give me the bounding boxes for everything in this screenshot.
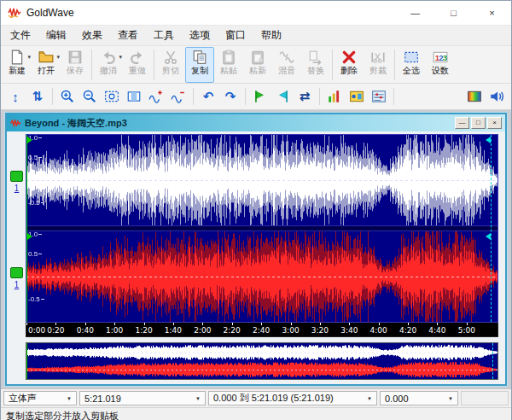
mix-button-label: 混音 (278, 65, 295, 77)
document-title-bar[interactable]: Beyond - 海阔天空.mp3 —□× (7, 114, 505, 131)
right-channel-number[interactable]: 1 (10, 280, 23, 289)
replace-button-label: 替换 (307, 65, 324, 77)
hint-bar: 复制选定部分并放入剪贴板 (1, 407, 511, 420)
zoom-vertical-icon[interactable]: ⇅ (27, 86, 48, 107)
selection-end-marker[interactable] (491, 135, 492, 322)
overview-waveform[interactable] (26, 343, 497, 379)
status-selection-range-value: 0.000 到 5:21.019 (5:21.019) (213, 392, 334, 405)
zoom-selection-icon[interactable] (124, 86, 144, 107)
open-button[interactable]: ▾打开 (32, 47, 61, 83)
left-channel-badge[interactable] (10, 171, 23, 182)
menu-window[interactable]: 窗口 (218, 26, 253, 45)
level-meters-icon[interactable] (324, 86, 345, 107)
control-properties-icon[interactable] (369, 86, 389, 107)
paste-button-label: 粘贴 (220, 65, 237, 77)
dropdown-arrow-icon[interactable]: ▾ (56, 54, 60, 61)
menu-options[interactable]: 选项 (182, 26, 218, 45)
cut-scissors-icon (163, 50, 178, 65)
dropdown-arrow-icon: ▼ (443, 396, 453, 401)
time-tick (379, 323, 380, 325)
overview-selection-end-marker[interactable] (492, 343, 493, 379)
trim-scissors-icon (370, 50, 386, 65)
right-channel-panel[interactable]: 1.00.5-0.5 (26, 231, 497, 322)
time-tick (202, 323, 203, 325)
document-maximize-button[interactable]: □ (471, 117, 486, 129)
redo-button: 重做 (123, 47, 152, 83)
status-channel-mode-value: 立体声 (9, 392, 37, 405)
workspace: Beyond - 海阔天空.mp3 —□× 1 1 1.00.5-0.5 (1, 110, 511, 388)
paste-new-button-label: 粘新 (249, 65, 266, 77)
replace-arrow-icon (308, 50, 323, 65)
new-button[interactable]: ▾新建 (3, 47, 32, 83)
right-channel-badge[interactable] (10, 267, 23, 278)
dropdown-arrow-icon[interactable]: ▾ (119, 54, 122, 61)
paste-clipboard-icon (221, 50, 236, 65)
time-label: 2:40 (253, 326, 270, 335)
menu-file[interactable]: 文件 (3, 26, 38, 45)
time-axis[interactable]: 0:000:200:401:001:201:402:002:202:403:00… (26, 323, 498, 337)
time-label: 3:40 (340, 326, 358, 335)
fit-vertical-icon[interactable]: ↕ (5, 86, 26, 107)
swap-channels-icon[interactable]: ⇄ (294, 86, 315, 107)
maximize-button[interactable]: □ (434, 1, 473, 25)
time-label: 1:00 (106, 326, 123, 335)
left-channel-number[interactable]: 1 (10, 184, 23, 193)
selection-end-handle-icon[interactable] (486, 137, 491, 143)
document-minimize-button[interactable]: — (455, 117, 469, 129)
toolbar-separator (393, 88, 394, 105)
channel-splitter[interactable] (26, 225, 497, 231)
delete-button-label: 删除 (340, 65, 358, 77)
menu-tools[interactable]: 工具 (146, 26, 182, 45)
selection-start-handle-icon[interactable] (27, 137, 32, 143)
close-button[interactable]: × (473, 1, 511, 25)
time-label: 1:40 (165, 326, 182, 335)
document-close-button[interactable]: × (487, 117, 502, 129)
right-channel-waveform[interactable] (26, 231, 497, 322)
dropdown-arrow-icon[interactable]: ▾ (27, 54, 31, 61)
marker-end-icon[interactable] (272, 86, 293, 107)
next-view-icon[interactable]: ↷ (220, 86, 241, 107)
set-points-button[interactable]: 123设数 (426, 47, 455, 83)
time-tick (261, 323, 262, 325)
menu-effects[interactable]: 效果 (74, 26, 110, 45)
paste-button: 粘贴 (214, 47, 243, 83)
menu-edit[interactable]: 编辑 (38, 26, 74, 45)
previous-view-icon[interactable]: ↶ (198, 86, 218, 107)
set-points-button-label: 设数 (432, 65, 449, 77)
overview-panel[interactable] (26, 342, 498, 380)
overview-selection-start-marker[interactable] (26, 343, 27, 379)
left-channel-waveform[interactable] (26, 135, 497, 225)
zoom-in-icon[interactable] (57, 86, 78, 107)
select-all-button[interactable]: 全选 (397, 47, 426, 83)
status-selection-range[interactable]: 0.000 到 5:21.019 (5:21.019)▼ (208, 391, 377, 405)
status-channel-mode[interactable]: 立体声▼ (3, 391, 77, 405)
zoom-out-icon[interactable] (79, 86, 100, 107)
spectrum-rainbow-icon[interactable] (464, 86, 485, 107)
wave-zoom-in-icon[interactable] (146, 86, 166, 107)
paste-new-button: 粘新 (243, 47, 272, 83)
device-controls-icon[interactable] (346, 86, 367, 107)
left-channel-panel[interactable]: 1.00.5-0.5 (26, 135, 497, 225)
marker-start-icon[interactable] (250, 86, 271, 107)
menu-help[interactable]: 帮助 (253, 26, 289, 45)
copy-button[interactable]: 复制 (185, 47, 214, 83)
zoom-all-icon[interactable] (102, 86, 122, 107)
right-channel-control: 1 (10, 267, 23, 289)
speaker-icon[interactable] (486, 86, 507, 107)
status-playback-position[interactable]: 0.000▼ (380, 391, 458, 405)
delete-button[interactable]: 删除 (335, 47, 364, 83)
minimize-button[interactable]: — (396, 1, 434, 25)
menu-view[interactable]: 查看 (110, 26, 146, 45)
time-tick (291, 323, 292, 325)
status-file-length[interactable]: 5:21.019▼ (79, 391, 206, 405)
time-tick (114, 323, 115, 325)
selection-end-handle-icon[interactable] (486, 233, 491, 240)
toolbar-separator (319, 88, 320, 105)
selection-start-marker[interactable] (26, 135, 27, 322)
document-body: 1 1 1.00.5-0.5 1.00.5-0.5 (7, 131, 505, 384)
wave-zoom-out-icon[interactable] (168, 86, 189, 107)
selection-start-handle-icon[interactable] (27, 233, 32, 240)
effects-toolbar: ↕⇅↶↷⇄ (1, 84, 511, 110)
paste-new-icon (250, 50, 265, 65)
goldwave-window: GoldWave —□× 文件编辑效果查看工具选项窗口帮助 ▾新建▾打开保存▾撤… (0, 0, 512, 420)
